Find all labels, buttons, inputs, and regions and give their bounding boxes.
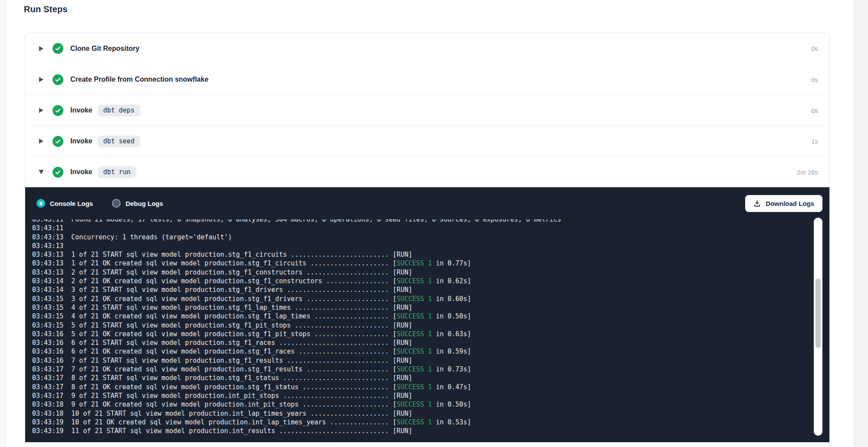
- page-left-gutter: [0, 0, 6, 447]
- log-line: 03:43:15 4 of 21 START sql view model pr…: [32, 303, 829, 312]
- log-scrollbar-track[interactable]: [814, 218, 822, 436]
- step-title: Create Profile from Connection snowflake: [70, 76, 208, 83]
- log-panel: Console Logs Debug Logs Download Logs 03…: [25, 187, 829, 442]
- radio-unselected-icon[interactable]: [112, 199, 121, 208]
- log-line: 03:43:16 6 of 21 START sql view model pr…: [32, 338, 829, 347]
- success-check-icon: [53, 74, 63, 85]
- step-duration: 2m 26s: [797, 169, 818, 176]
- log-line: 03:43:13 2 of 21 START sql view model pr…: [32, 268, 829, 277]
- step-title: Invoke: [70, 168, 92, 176]
- step-title: Clone Git Repository: [70, 45, 139, 53]
- log-line: 03:43:18 10 of 21 START sql view model p…: [32, 409, 829, 418]
- log-line: 03:43:17 7 of 21 OK created sql view mod…: [32, 365, 829, 374]
- step-title: Invoke: [70, 106, 92, 114]
- step-duration: 0s: [811, 76, 818, 83]
- log-lines: 03:43:11 Found 21 models, 17 tests, 0 sn…: [32, 219, 829, 435]
- command-pill: dbt run: [98, 166, 136, 178]
- caret-shape: [39, 170, 44, 174]
- success-check-icon: [53, 136, 63, 147]
- step-duration: 0s: [811, 45, 818, 52]
- tab-debug-logs-label: Debug Logs: [125, 200, 163, 207]
- log-line: 03:43:18 9 of 21 OK created sql view mod…: [32, 400, 829, 409]
- page-title: Run Steps: [24, 4, 68, 14]
- log-line: 03:43:15 5 of 21 START sql view model pr…: [32, 321, 829, 330]
- log-line: 03:43:17 9 of 21 START sql view model pr…: [32, 391, 829, 400]
- log-line: 03:43:19 10 of 21 OK created sql view mo…: [32, 418, 829, 427]
- radio-selected-icon[interactable]: [36, 199, 45, 208]
- log-line: 03:43:14 3 of 21 START sql view model pr…: [32, 285, 829, 294]
- step-row-dbt-seed[interactable]: Invokedbt seed1s: [25, 126, 829, 156]
- step-row-create-profile-from-connection-snowflake[interactable]: Create Profile from Connection snowflake…: [25, 64, 829, 95]
- radio-dot: [39, 202, 43, 205]
- success-check-icon: [53, 167, 63, 178]
- caret-shape: [39, 139, 43, 144]
- log-line: 03:43:11 Found 21 models, 17 tests, 0 sn…: [32, 219, 829, 224]
- chevron-down-icon[interactable]: [37, 170, 45, 174]
- log-line: 03:43:15 4 of 21 OK created sql view mod…: [32, 312, 829, 321]
- caret-shape: [39, 46, 43, 51]
- log-line: 03:43:13 Concurrency: 1 threads (target=…: [32, 233, 829, 242]
- tab-debug-logs[interactable]: Debug Logs: [112, 199, 163, 208]
- log-line: 03:43:19 11 of 21 START sql view model p…: [32, 427, 829, 435]
- log-toolbar: Console Logs Debug Logs Download Logs: [25, 187, 829, 219]
- download-logs-button[interactable]: Download Logs: [745, 195, 822, 212]
- log-line: 03:43:11: [32, 224, 829, 232]
- success-check-icon: [53, 105, 63, 116]
- log-line: 03:43:16 6 of 21 OK created sql view mod…: [32, 347, 829, 356]
- steps-list: Clone Git Repository0sCreate Profile fro…: [25, 33, 829, 187]
- tab-console-logs-label: Console Logs: [50, 200, 93, 207]
- log-line: 03:43:16 7 of 21 START sql view model pr…: [32, 356, 829, 365]
- log-line: 03:43:13 1 of 21 OK created sql view mod…: [32, 259, 829, 268]
- run-steps-card: Clone Git Repository0sCreate Profile fro…: [25, 33, 830, 447]
- download-icon: [753, 200, 761, 207]
- log-line: 03:43:13 1 of 21 START sql view model pr…: [32, 250, 829, 259]
- console-log-output[interactable]: 03:43:11 Found 21 models, 17 tests, 0 sn…: [25, 219, 829, 442]
- command-pill: dbt seed: [98, 136, 140, 147]
- chevron-right-icon[interactable]: [37, 108, 45, 113]
- step-title: Invoke: [70, 137, 92, 145]
- chevron-right-icon[interactable]: [37, 77, 45, 82]
- step-row-clone-git-repository[interactable]: Clone Git Repository0s: [25, 33, 829, 64]
- caret-shape: [39, 77, 43, 82]
- log-line: 03:43:14 2 of 21 OK created sql view mod…: [32, 277, 829, 285]
- log-line: 03:43:17 8 of 21 START sql view model pr…: [32, 374, 829, 382]
- log-line: 03:43:17 8 of 21 OK created sql view mod…: [32, 383, 829, 391]
- command-pill: dbt deps: [98, 105, 140, 116]
- log-line: 03:43:13: [32, 242, 829, 250]
- chevron-right-icon[interactable]: [37, 139, 45, 144]
- success-check-icon: [53, 43, 63, 54]
- page-right-gutter: [854, 0, 868, 447]
- step-duration: 0s: [811, 107, 818, 114]
- download-logs-label: Download Logs: [766, 200, 814, 207]
- chevron-right-icon[interactable]: [37, 46, 45, 51]
- step-duration: 1s: [811, 138, 818, 145]
- caret-shape: [39, 108, 43, 113]
- log-scrollbar-thumb[interactable]: [815, 278, 821, 348]
- tab-console-logs[interactable]: Console Logs: [36, 199, 93, 208]
- log-line: 03:43:15 3 of 21 OK created sql view mod…: [32, 295, 829, 303]
- log-line: 03:43:16 5 of 21 OK created sql view mod…: [32, 330, 829, 338]
- step-row-dbt-deps[interactable]: Invokedbt deps0s: [25, 95, 829, 126]
- step-row-dbt-run[interactable]: Invokedbt run2m 26s: [25, 156, 829, 187]
